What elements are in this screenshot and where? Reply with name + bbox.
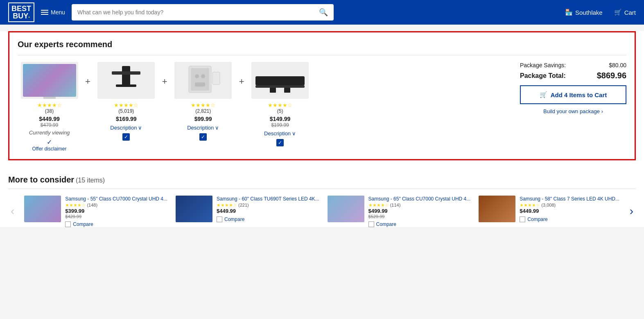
store-picker[interactable]: 🏪 Southlake <box>565 9 603 16</box>
tv-checkmark: ✓ <box>47 138 52 146</box>
product-item-tv: ★★★★☆ (38) $449.99 $479.99 Currently vie… <box>18 62 81 152</box>
experts-title: Our experts recommend <box>18 40 626 49</box>
more-divider <box>8 189 636 189</box>
carousel-stars-1: ★★★★☆ (148) <box>65 203 167 208</box>
svg-rect-11 <box>270 88 276 93</box>
mount-description-label: Description <box>110 125 137 131</box>
svg-rect-0 <box>122 66 130 87</box>
store-icon: 🏪 <box>565 9 573 16</box>
compare-label-3: Compare <box>376 221 396 227</box>
outlet-description-chevron: ∨ <box>215 125 219 131</box>
tv-image <box>21 62 78 99</box>
cart-button[interactable]: 🛒 Cart <box>614 9 636 16</box>
add-to-cart-label: Add 4 Items to Cart <box>551 91 607 98</box>
mount-checkbox[interactable]: ✓ <box>122 133 130 141</box>
menu-button[interactable]: Menu <box>41 9 65 16</box>
tv-price-current: $449.99 <box>39 116 60 122</box>
carousel-price-orig-1: $429.99 <box>65 214 167 219</box>
tv-review-count: (38) <box>45 108 54 114</box>
compare-row-4: Compare <box>520 216 619 222</box>
logo-text-line1: BEST <box>11 5 31 12</box>
search-button[interactable]: 🔍 <box>313 8 334 17</box>
currently-viewing-label: Currently viewing <box>29 130 70 136</box>
package-savings-label: Package Savings: <box>520 62 566 68</box>
carousel-item-1: Samsung - 55" Class CU7000 Crystal UHD 4… <box>20 196 172 227</box>
carousel-name-1[interactable]: Samsung - 55" Class CU7000 Crystal UHD 4… <box>65 196 167 203</box>
outlet-price: $99.99 <box>194 116 212 122</box>
soundbar-description-link[interactable]: Description ∨ <box>264 130 296 137</box>
soundbar-price-current: $149.99 <box>270 116 291 122</box>
mount-description-link[interactable]: Description ∨ <box>110 125 142 131</box>
more-section: More to consider (15 items) ‹ Samsung - … <box>0 167 644 227</box>
product-item-mount: ★★★★☆ (5,019) $169.99 Description ∨ ✓ <box>95 62 158 141</box>
package-total-row: Package Total: $869.96 <box>520 71 626 80</box>
tv-visual <box>23 64 76 97</box>
compare-row-2: Compare <box>217 216 319 222</box>
carousel-stars-3: ★★★★☆ (114) <box>368 203 471 208</box>
search-input[interactable] <box>72 9 313 16</box>
carousel-info-1: Samsung - 55" Class CU7000 Crystal UHD 4… <box>65 196 167 227</box>
tv-stars: ★★★★☆ <box>37 102 62 108</box>
carousel-prev-button[interactable]: ‹ <box>8 205 17 218</box>
svg-rect-2 <box>116 84 136 87</box>
mount-stars: ★★★★☆ <box>114 102 138 108</box>
carousel-price-sale-2: $449.99 <box>217 208 319 214</box>
svg-rect-8 <box>212 72 220 84</box>
outlet-image <box>174 62 232 99</box>
outlet-checkbox[interactable]: ✓ <box>199 133 207 141</box>
carousel-next-button[interactable]: › <box>627 205 636 218</box>
outlet-description-link[interactable]: Description ∨ <box>187 125 219 131</box>
soundbar-description-label: Description <box>264 130 291 137</box>
soundbar-image <box>251 62 309 99</box>
package-summary: Package Savings: $80.00 Package Total: $… <box>512 62 626 114</box>
carousel-price-orig-3: $529.99 <box>368 214 471 219</box>
carousel-review-2: (221) <box>238 203 249 207</box>
compare-label-4: Compare <box>527 216 547 222</box>
carousel-name-3[interactable]: Samsung - 65" Class CU7000 Crystal UHD 4… <box>368 196 471 203</box>
carousel-price-sale-1: $399.99 <box>65 208 167 214</box>
compare-label-2: Compare <box>224 216 244 222</box>
plus-sign-2: + <box>158 76 172 87</box>
carousel-item-2: Samsung - 60" Class TU690T Series LED 4K… <box>172 196 323 227</box>
package-savings-value: $80.00 <box>609 62 626 68</box>
compare-checkbox-3[interactable] <box>368 221 374 227</box>
carousel-thumb-3 <box>328 196 364 222</box>
cart-icon: 🛒 <box>614 9 622 16</box>
product-item-outlet: ★★★★☆ (2,821) $99.99 Description ∨ ✓ <box>172 62 235 141</box>
carousel-review-1: (148) <box>87 203 97 207</box>
mount-review-count: (5,019) <box>118 108 134 114</box>
offer-disclaimer-link[interactable]: Offer disclaimer <box>32 146 67 152</box>
compare-label-1: Compare <box>73 221 93 227</box>
add-to-cart-button[interactable]: 🛒 Add 4 Items to Cart <box>520 85 626 104</box>
carousel-thumb-1 <box>24 196 61 222</box>
soundbar-review-count: (5) <box>277 108 283 114</box>
carousel-review-4: (3,008) <box>541 203 556 207</box>
experts-divider <box>18 55 626 55</box>
carousel-item-5: Samsung - 60" Class Series LED 4K UHD...… <box>624 196 624 227</box>
carousel-name-2[interactable]: Samsung - 60" Class TU690T Series LED 4K… <box>217 196 319 203</box>
outlet-review-count: (2,821) <box>195 108 211 114</box>
carousel-info-2: Samsung - 60" Class TU690T Series LED 4K… <box>217 196 319 222</box>
soundbar-description-chevron: ∨ <box>292 130 296 137</box>
package-total-label: Package Total: <box>520 72 566 80</box>
cart-label: Cart <box>624 9 636 16</box>
best-buy-logo[interactable]: BEST BUY▪ <box>8 2 34 22</box>
mount-visual <box>108 64 145 97</box>
mount-price: $169.99 <box>116 116 137 122</box>
carousel-name-4[interactable]: Samsung - 58" Class 7 Series LED 4K UHD.… <box>520 196 619 203</box>
build-own-link[interactable]: Build your own package › <box>520 108 626 114</box>
carousel-price-sale-3: $499.99 <box>368 208 471 214</box>
svg-rect-9 <box>255 76 305 85</box>
carousel-review-3: (114) <box>390 203 401 207</box>
compare-checkbox-4[interactable] <box>520 216 525 222</box>
main-content: Our experts recommend ★★★★☆ (38) $449.99… <box>0 31 644 227</box>
soundbar-visual <box>253 64 307 97</box>
search-bar: 🔍 <box>72 4 334 21</box>
carousel-thumb-4 <box>479 196 515 222</box>
soundbar-checkbox[interactable]: ✓ <box>276 139 284 146</box>
compare-checkbox-2[interactable] <box>217 216 222 222</box>
carousel-items: Samsung - 55" Class CU7000 Crystal UHD 4… <box>20 196 624 227</box>
plus-sign-3: + <box>235 76 249 87</box>
soundbar-price-old: $199.99 <box>271 122 289 128</box>
compare-checkbox-1[interactable] <box>65 221 71 227</box>
